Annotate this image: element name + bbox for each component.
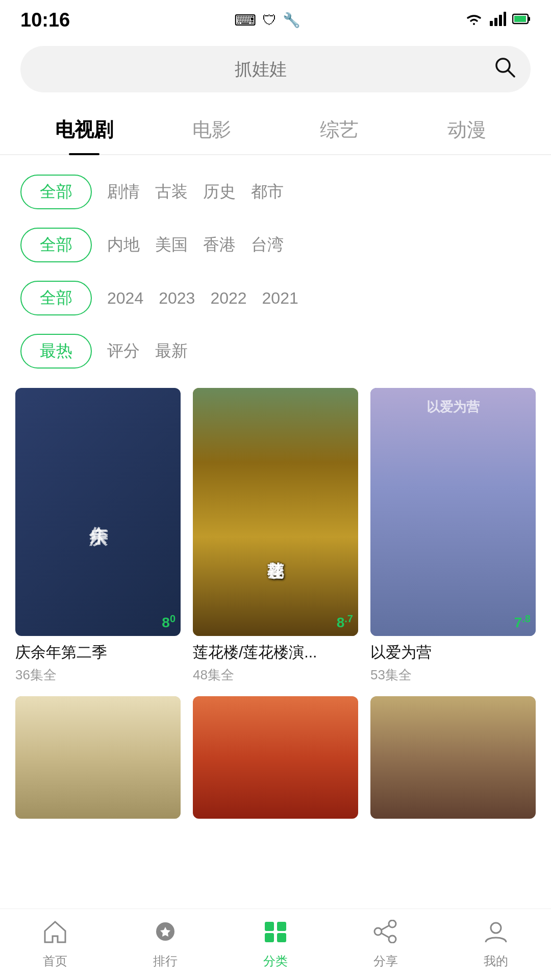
svg-rect-7 [514, 16, 526, 22]
filter-region-hk[interactable]: 香港 [203, 234, 236, 256]
svg-rect-14 [277, 933, 286, 942]
status-left-icons: ⌨ 🛡 🔧 [234, 11, 300, 29]
status-bar: 10:16 ⌨ 🛡 🔧 [0, 0, 551, 36]
filter-sort-newest[interactable]: 最新 [155, 340, 188, 362]
filter-genre-drama[interactable]: 剧情 [107, 181, 140, 203]
nav-mine[interactable]: 我的 [441, 915, 551, 974]
filter-region-taiwan[interactable]: 台湾 [251, 234, 284, 256]
svg-rect-11 [265, 922, 274, 931]
filter-sort-hot[interactable]: 最热 [20, 334, 92, 369]
filter-year-2021[interactable]: 2021 [262, 289, 298, 308]
card-3-title: 以爱为营 [370, 642, 536, 663]
svg-rect-1 [494, 18, 497, 26]
filter-section: 全部 剧情 古装 历史 都市 全部 内地 美国 香港 台湾 全部 2024 20… [0, 165, 551, 378]
tab-variety[interactable]: 综艺 [276, 108, 403, 154]
tab-movie[interactable]: 电影 [148, 108, 276, 154]
home-icon [42, 920, 68, 949]
nav-home-label: 首页 [43, 953, 67, 969]
bottom-nav: 首页 排行 分类 [0, 909, 551, 980]
card-3-info: 53集全 [370, 666, 536, 684]
filter-year-all[interactable]: 全部 [20, 281, 92, 315]
svg-line-19 [381, 933, 389, 938]
filter-sort-rating[interactable]: 评分 [107, 340, 140, 362]
svg-rect-12 [277, 922, 286, 931]
tab-anime[interactable]: 动漫 [403, 108, 531, 154]
signal-icon [490, 12, 506, 28]
svg-rect-13 [265, 933, 274, 942]
nav-share-label: 分享 [373, 953, 398, 969]
filter-genre-all[interactable]: 全部 [20, 175, 92, 209]
wrench-icon: 🔧 [283, 12, 300, 29]
status-right-icons [464, 12, 531, 28]
card-1-title: 庆余年第二季 [15, 642, 181, 663]
category-icon [263, 920, 288, 949]
nav-category[interactable]: 分类 [220, 915, 331, 974]
card-2-info: 48集全 [193, 666, 358, 684]
nav-rank-label: 排行 [153, 953, 178, 969]
main-tabs: 电视剧 电影 综艺 动漫 [0, 97, 551, 155]
svg-rect-0 [490, 21, 493, 26]
card-3-rating: 7.8 [514, 613, 531, 631]
card-1-info: 36集全 [15, 666, 181, 684]
shield-icon: 🛡 [262, 12, 277, 29]
filter-genre-costume[interactable]: 古装 [155, 181, 188, 203]
content-card-3[interactable]: 以爱为营 7.8 以爱为营 53集全 [370, 388, 536, 684]
content-grid: 庆余年 80 庆余年第二季 36集全 莲花楼 8.7 莲花楼/莲花楼演... 4… [0, 378, 551, 829]
user-icon [483, 920, 509, 949]
svg-rect-2 [499, 15, 502, 26]
rank-icon [153, 920, 178, 949]
content-card-5[interactable] [193, 696, 358, 819]
card-2-title: 莲花楼/莲花楼演... [193, 642, 358, 663]
content-card-6[interactable] [370, 696, 536, 819]
nav-category-label: 分类 [263, 953, 288, 969]
search-input[interactable] [36, 59, 486, 79]
keyboard-icon: ⌨ [234, 11, 256, 29]
nav-rank[interactable]: 排行 [110, 915, 220, 974]
nav-mine-label: 我的 [484, 953, 508, 969]
filter-row-year: 全部 2024 2023 2022 2021 [20, 272, 531, 325]
filter-genre-history[interactable]: 历史 [203, 181, 236, 203]
filter-region-usa[interactable]: 美国 [155, 234, 188, 256]
filter-row-sort: 最热 评分 最新 [20, 325, 531, 378]
svg-point-20 [491, 923, 501, 933]
search-icon[interactable] [494, 56, 515, 82]
search-container [0, 36, 551, 97]
status-time: 10:16 [20, 9, 70, 31]
content-card-2[interactable]: 莲花楼 8.7 莲花楼/莲花楼演... 48集全 [193, 388, 358, 684]
tab-tv[interactable]: 电视剧 [20, 108, 148, 154]
battery-icon [512, 13, 531, 27]
filter-year-2024[interactable]: 2024 [107, 289, 143, 308]
svg-rect-5 [529, 17, 530, 21]
nav-home[interactable]: 首页 [0, 915, 110, 974]
share-icon [373, 920, 398, 949]
svg-point-15 [389, 920, 396, 927]
wifi-icon [464, 12, 484, 28]
filter-region-mainland[interactable]: 内地 [107, 234, 140, 256]
filter-genre-urban[interactable]: 都市 [251, 181, 284, 203]
svg-point-17 [374, 928, 382, 935]
svg-line-9 [508, 70, 514, 77]
svg-rect-3 [504, 12, 506, 26]
content-card-4[interactable]: 宁安如梦 [15, 696, 181, 819]
card-2-rating: 8.7 [337, 613, 353, 631]
content-card-1[interactable]: 庆余年 80 庆余年第二季 36集全 [15, 388, 181, 684]
filter-region-all[interactable]: 全部 [20, 228, 92, 262]
filter-row-genre: 全部 剧情 古装 历史 都市 [20, 165, 531, 218]
search-bar[interactable] [20, 46, 531, 92]
filter-row-region: 全部 内地 美国 香港 台湾 [20, 218, 531, 272]
card-1-rating: 80 [162, 613, 176, 631]
filter-year-2022[interactable]: 2022 [210, 289, 246, 308]
svg-line-18 [381, 925, 389, 930]
svg-point-16 [389, 936, 396, 943]
filter-year-2023[interactable]: 2023 [159, 289, 195, 308]
nav-share[interactable]: 分享 [331, 915, 441, 974]
